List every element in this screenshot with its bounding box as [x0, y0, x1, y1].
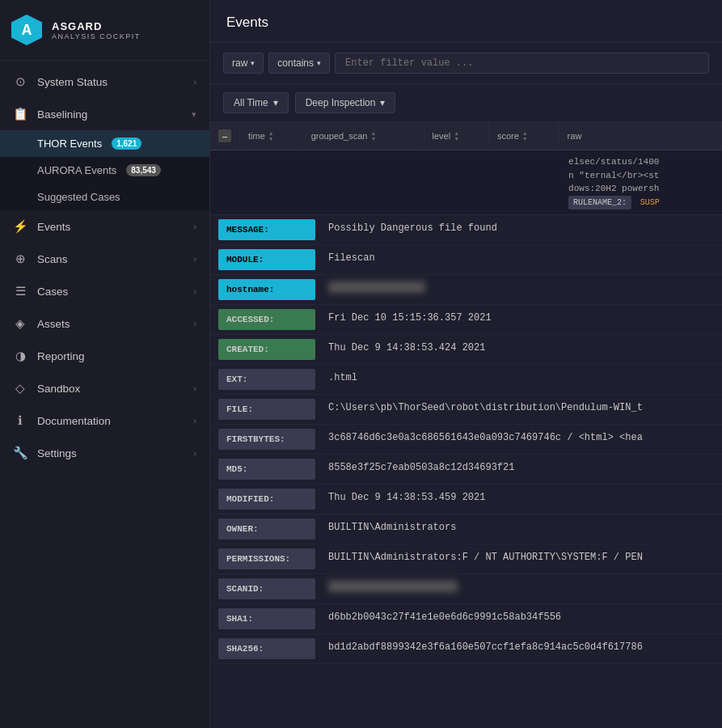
sidebar-item-aurora-events[interactable]: AURORA Events 83,543 — [0, 157, 209, 184]
filter-type-label: raw — [232, 57, 247, 69]
time-select-button[interactable]: All Time ▾ — [223, 92, 289, 113]
sidebar-item-scans[interactable]: ⊕ Scans — [0, 243, 209, 275]
time-select-label: All Time — [234, 97, 268, 108]
time-sort[interactable]: time ▲▼ — [248, 130, 294, 142]
filter-type-button[interactable]: raw ▾ — [223, 53, 264, 74]
logo-icon: A — [11, 15, 42, 45]
sidebar-item-sandbox[interactable]: ◇ Sandbox — [0, 372, 209, 404]
sidebar-item-label: Sandbox — [37, 383, 80, 395]
main-content: Events raw ▾ contains ▾ All Time ▾ Deep … — [210, 0, 722, 728]
sidebar-item-thor-events[interactable]: THOR Events 1,621 — [0, 130, 209, 157]
table-col-level: level ▲▼ — [424, 122, 488, 150]
detail-value: BUILTIN\Administrators — [320, 514, 722, 540]
detail-row: FIRSTBYTES:3c68746d6c3e0a3c686561643e0a0… — [210, 425, 722, 455]
chevron-down-icon — [192, 109, 196, 120]
page-title: Events — [226, 15, 706, 31]
sidebar-nav: ⊙ System Status 📋 Baselining THOR Events… — [0, 61, 209, 728]
time-select-arrow-icon: ▾ — [273, 97, 278, 108]
scans-icon: ⊕ — [13, 252, 27, 266]
sidebar-item-baselining[interactable]: 📋 Baselining — [0, 98, 209, 130]
detail-label: MESSAGE: — [218, 219, 315, 240]
detail-label: hostname: — [218, 279, 315, 300]
detail-label: SCANID: — [218, 578, 315, 599]
sidebar-item-label: Scans — [37, 253, 68, 265]
sort-arrows-icon: ▲▼ — [454, 130, 459, 142]
table-header: – time ▲▼ grouped_scan ▲▼ — [210, 122, 722, 150]
table-col-grouped-scan: grouped_scan ▲▼ — [302, 122, 424, 150]
detail-row: OWNER:BUILTIN\Administrators — [210, 514, 722, 544]
chevron-right-icon — [193, 286, 196, 296]
sidebar-item-label: Assets — [37, 318, 70, 330]
table-col-raw: raw — [559, 122, 721, 150]
grouped-scan-sort[interactable]: grouped_scan ▲▼ — [311, 130, 416, 142]
raw-line-3: dows:20H2 powersh — [568, 184, 659, 193]
detail-label: EXT: — [218, 369, 315, 390]
detail-row: MODULE:Filescan — [210, 245, 722, 275]
sidebar-item-cases[interactable]: ☰ Cases — [0, 275, 209, 307]
score-sort[interactable]: score ▲▼ — [497, 130, 551, 142]
sidebar-item-assets[interactable]: ◈ Assets — [0, 307, 209, 340]
documentation-icon: ℹ — [13, 413, 27, 428]
filter-condition-button[interactable]: contains ▾ — [268, 53, 330, 74]
raw-line-2: n "ternal</br><st — [568, 171, 659, 180]
sidebar: A ASGARD ANALYSIS COCKPIT ⊙ System Statu… — [0, 0, 210, 728]
detail-row: hostname: — [210, 275, 722, 305]
detail-label: MD5: — [218, 459, 315, 480]
assets-icon: ◈ — [13, 316, 27, 331]
sidebar-item-label: System Status — [37, 76, 108, 88]
inspection-select-arrow-icon: ▾ — [380, 97, 385, 108]
logo-text: ASGARD ANALYSIS COCKPIT — [52, 20, 141, 40]
events-table-container: – time ▲▼ grouped_scan ▲▼ — [210, 122, 722, 728]
rulename-badge: RULENAME_2: — [568, 196, 631, 210]
detail-label: CREATED: — [218, 339, 315, 360]
sidebar-item-suggested-cases[interactable]: Suggested Cases — [0, 184, 209, 210]
detail-label: SHA1: — [218, 608, 315, 629]
detail-label: FIRSTBYTES: — [218, 429, 315, 450]
events-table: – time ▲▼ grouped_scan ▲▼ — [210, 122, 722, 215]
detail-row: CREATED:Thu Dec 9 14:38:53.424 2021 — [210, 335, 722, 365]
table-col-collapse: – — [210, 122, 240, 150]
aurora-events-badge: 83,543 — [126, 164, 161, 176]
filter-input[interactable] — [335, 53, 709, 74]
susp-label: SUSP — [640, 198, 660, 207]
detail-value: BUILTIN\Administrators:F / NT AUTHORITY\… — [320, 544, 722, 570]
detail-value: 8558e3f25c7eab0503a8c12d34693f21 — [320, 455, 722, 480]
sandbox-icon: ◇ — [13, 381, 27, 396]
sidebar-item-reporting[interactable]: ◑ Reporting — [0, 340, 209, 372]
detail-value: 3c68746d6c3e0a3c686561643e0a093c7469746c… — [320, 425, 722, 451]
raw-snippet: elsec/status/1400 n "ternal</br><st dows… — [559, 150, 721, 214]
aurora-events-label: AURORA Events — [37, 164, 116, 176]
detail-row: MD5:8558e3f25c7eab0503a8c12d34693f21 — [210, 455, 722, 485]
raw-col-label: raw — [568, 131, 582, 141]
detail-value: Thu Dec 9 14:38:53.424 2021 — [320, 335, 722, 361]
time-col-label: time — [248, 131, 265, 141]
filter-bar: raw ▾ contains ▾ — [210, 43, 722, 84]
table-col-score: score ▲▼ — [488, 122, 559, 150]
reporting-icon: ◑ — [13, 349, 27, 363]
collapse-row-button[interactable]: – — [218, 129, 231, 142]
sidebar-item-settings[interactable]: 🔧 Settings — [0, 437, 209, 469]
detail-label: FILE: — [218, 399, 315, 420]
sidebar-item-system-status[interactable]: ⊙ System Status — [0, 66, 209, 98]
chevron-right-icon — [193, 77, 196, 87]
detail-row: SCANID: — [210, 574, 722, 604]
sidebar-item-events[interactable]: ⚡ Events — [0, 210, 209, 243]
detail-value: d6bb2b0043c27f41e1e0e6d6c9991c58ab34f556 — [320, 604, 722, 630]
chevron-right-icon — [193, 416, 196, 425]
detail-value: Filescan — [320, 245, 722, 271]
filter-condition-label: contains — [277, 57, 314, 69]
table-body: elsec/status/1400 n "ternal</br><st dows… — [210, 150, 722, 215]
inspection-select-button[interactable]: Deep Inspection ▾ — [295, 92, 396, 113]
logo-area: A ASGARD ANALYSIS COCKPIT — [0, 0, 209, 61]
suggested-cases-label: Suggested Cases — [37, 191, 120, 203]
level-sort[interactable]: level ▲▼ — [433, 130, 480, 142]
system-status-icon: ⊙ — [13, 74, 27, 89]
sidebar-item-documentation[interactable]: ℹ Documentation — [0, 404, 209, 437]
detail-row: ACCESSED:Fri Dec 10 15:15:36.357 2021 — [210, 305, 722, 335]
detail-row: SHA256:bd1d2abdf8899342e3f6a160e507ccf1e… — [210, 634, 722, 664]
detail-label: OWNER: — [218, 518, 315, 540]
detail-row: SHA1:d6bb2b0043c27f41e1e0e6d6c9991c58ab3… — [210, 604, 722, 634]
sidebar-item-label: Reporting — [37, 350, 85, 362]
detail-row: FILE:C:\Users\pb\ThorSeed\robot\distribu… — [210, 395, 722, 425]
filter-condition-arrow-icon: ▾ — [317, 59, 321, 67]
